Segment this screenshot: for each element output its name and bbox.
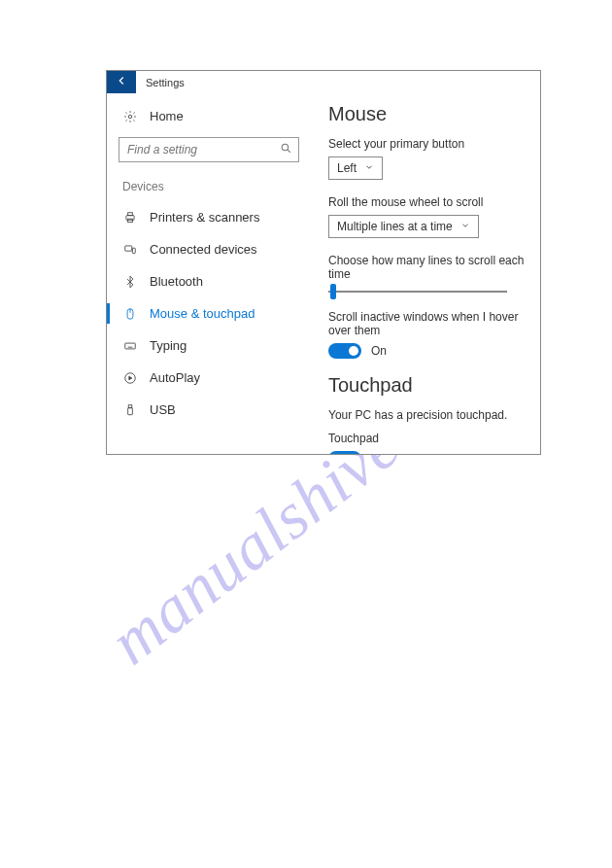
hover-toggle[interactable] [328, 343, 361, 359]
chevron-down-icon [460, 220, 470, 233]
sidebar-item-usb[interactable]: USB [119, 394, 299, 426]
svg-rect-3 [128, 212, 133, 215]
sidebar-item-typing[interactable]: Typing [119, 330, 299, 362]
sidebar-item-label: Bluetooth [150, 274, 203, 289]
sidebar-item-mouse[interactable]: Mouse & touchpad [119, 297, 299, 330]
content-pane: Mouse Select your primary button Left Ro… [311, 93, 540, 454]
svg-rect-6 [132, 248, 135, 253]
svg-rect-9 [125, 343, 136, 349]
sidebar-item-label: USB [150, 402, 176, 417]
wheel-label: Roll the mouse wheel to scroll [328, 195, 530, 209]
svg-rect-2 [126, 215, 134, 220]
arrow-left-icon [115, 74, 128, 90]
connected-devices-icon [122, 243, 138, 257]
touchpad-toggle[interactable] [328, 451, 361, 455]
svg-rect-15 [128, 404, 132, 407]
chevron-down-icon [364, 161, 374, 175]
svg-point-1 [282, 144, 289, 151]
lines-label: Choose how many lines to scroll each tim… [328, 254, 530, 281]
slider-thumb[interactable] [330, 284, 336, 299]
sidebar-home-label: Home [150, 109, 184, 123]
touchpad-toggle-label: Touchpad [328, 432, 530, 445]
bluetooth-icon [122, 275, 138, 289]
svg-rect-16 [128, 407, 133, 414]
sidebar-item-label: Mouse & touchpad [150, 306, 255, 321]
keyboard-icon [122, 339, 138, 353]
svg-rect-5 [125, 245, 132, 250]
printer-icon [122, 211, 138, 225]
svg-rect-4 [128, 219, 133, 223]
svg-point-0 [128, 115, 132, 119]
autoplay-icon [122, 371, 138, 385]
window-title: Settings [136, 71, 185, 93]
home-gear-icon [122, 110, 138, 123]
mouse-icon [122, 307, 138, 321]
search-icon [280, 142, 292, 157]
touchpad-desc: Your PC has a precision touchpad. [328, 408, 530, 422]
primary-button-label: Select your primary button [328, 137, 530, 151]
sidebar-home[interactable]: Home [119, 103, 299, 129]
hover-label: Scroll inactive windows when I hover ove… [328, 310, 530, 337]
settings-window: Settings Home Devices Printers [106, 70, 541, 455]
primary-button-value: Left [337, 161, 357, 175]
sidebar-item-label: Connected devices [150, 242, 257, 257]
sidebar-group-label: Devices [119, 176, 299, 201]
touchpad-toggle-state: On [371, 452, 387, 455]
usb-icon [122, 403, 138, 417]
wheel-value: Multiple lines at a time [337, 220, 453, 233]
lines-slider[interactable] [328, 291, 507, 293]
sidebar-item-connected[interactable]: Connected devices [119, 233, 299, 265]
sidebar-item-printers[interactable]: Printers & scanners [119, 201, 299, 233]
sidebar: Home Devices Printers & scanners Con [107, 93, 311, 454]
search-box[interactable] [119, 137, 299, 162]
sidebar-item-bluetooth[interactable]: Bluetooth [119, 265, 299, 297]
sidebar-item-label: Printers & scanners [150, 210, 259, 225]
search-input[interactable] [125, 142, 280, 157]
sidebar-item-autoplay[interactable]: AutoPlay [119, 362, 299, 394]
primary-button-select[interactable]: Left [328, 156, 383, 180]
sidebar-item-label: Typing [150, 338, 187, 353]
back-button[interactable] [107, 71, 136, 93]
hover-toggle-state: On [371, 344, 387, 358]
wheel-select[interactable]: Multiple lines at a time [328, 215, 479, 238]
sidebar-item-label: AutoPlay [150, 370, 200, 385]
mouse-heading: Mouse [328, 103, 530, 125]
touchpad-heading: Touchpad [328, 374, 530, 397]
titlebar: Settings [107, 71, 540, 93]
